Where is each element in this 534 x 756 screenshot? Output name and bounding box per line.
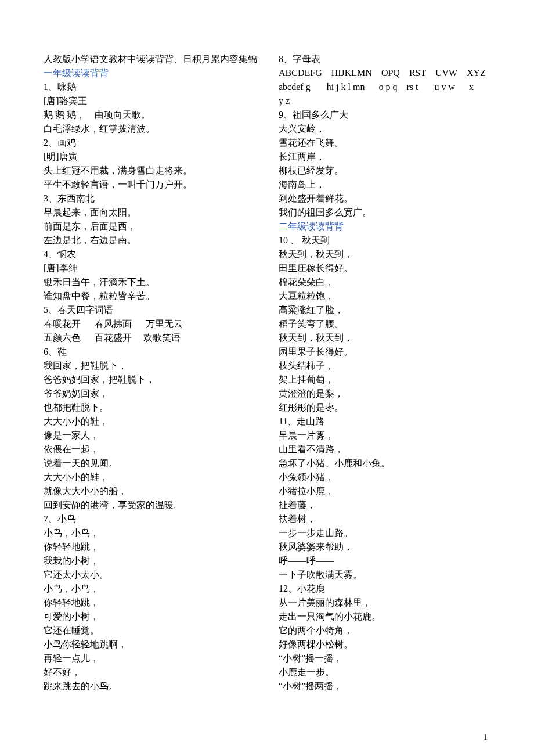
- text-line: 白毛浮绿水，红掌拨清波。: [44, 122, 258, 136]
- text-line: 从一片美丽的森林里，: [279, 596, 493, 610]
- text-line: abcdef g hi j k l mn o p q rs t u v w x: [279, 80, 493, 94]
- text-line: 棉花朵朵白，: [279, 275, 493, 289]
- text-line: 锄禾日当午，汗滴禾下土。: [44, 275, 258, 289]
- text-line: 春暖花开 春风拂面 万里无云: [44, 317, 258, 331]
- text-line: 11、走山路: [279, 415, 493, 429]
- text-line: 2、画鸡: [44, 136, 258, 150]
- text-line: 你轻轻地跳，: [44, 540, 258, 554]
- text-line: 好不好，: [44, 665, 258, 679]
- text-line: 秋天到，秋天到，: [279, 331, 493, 345]
- text-line: 好像两棵小松树。: [279, 638, 493, 651]
- text-line: 6、鞋: [44, 345, 258, 359]
- text-line: 说着一天的见闻。: [44, 456, 258, 470]
- text-line: 山里看不清路，: [279, 442, 493, 456]
- text-line: [唐]骆宾王: [44, 94, 258, 108]
- text-line: 前面是东，后面是西，: [44, 219, 258, 233]
- text-line: 依偎在一起，: [44, 442, 258, 456]
- text-line: 它的两个小犄角，: [279, 624, 493, 638]
- text-line: 小鸟，小鸟，: [44, 526, 258, 540]
- text-line: 大兴安岭，: [279, 122, 493, 136]
- text-line: 秋风婆婆来帮助，: [279, 540, 493, 554]
- text-line: 海南岛上，: [279, 178, 493, 192]
- text-line: 平生不敢轻言语，一叫千门万户开。: [44, 178, 258, 192]
- text-line: 就像大大小小的船，: [44, 484, 258, 498]
- text-line: 也都把鞋脱下。: [44, 401, 258, 415]
- text-line: 大大小小的鞋，: [44, 470, 258, 484]
- text-line: 小鸟，小鸟，: [44, 582, 258, 596]
- text-line: 小鹿走一步。: [279, 665, 493, 679]
- text-line: 田里庄稼长得好。: [279, 261, 493, 275]
- text-line: 谁知盘中餐，粒粒皆辛苦。: [44, 289, 258, 303]
- text-line: 爷爷奶奶回家，: [44, 387, 258, 401]
- text-line: 它还太小太小。: [44, 568, 258, 582]
- page-number: 1: [0, 733, 534, 742]
- text-line: [明]唐寅: [44, 150, 258, 164]
- text-line: 头上红冠不用裁，满身雪白走将来。: [44, 164, 258, 178]
- text-line: 雪花还在飞舞。: [279, 136, 493, 150]
- text-line: 急坏了小猪、小鹿和小兔。: [279, 456, 493, 470]
- text-line: 五颜六色 百花盛开 欢歌笑语: [44, 331, 258, 345]
- text-line: 3、东西南北: [44, 192, 258, 206]
- text-line: [唐]李绅: [44, 261, 258, 275]
- text-line: 红彤彤的是枣。: [279, 401, 493, 415]
- text-line: 9、祖国多么广大: [279, 108, 493, 122]
- text-line: 扶着树，: [279, 512, 493, 526]
- text-line: “小树”摇两摇，: [279, 679, 493, 693]
- text-line: 走出一只淘气的小花鹿。: [279, 610, 493, 624]
- text-line: ABCDEFG HIJKLMN OPQ RST UVW XYZ: [279, 66, 493, 80]
- text-line: 架上挂葡萄，: [279, 373, 493, 387]
- text-line: 可爱的小树，: [44, 610, 258, 624]
- text-line: 10 、 秋天到: [279, 233, 493, 247]
- text-line: 我们的祖国多么宽广。: [279, 206, 493, 219]
- text-line: 呼——呼——: [279, 554, 493, 568]
- text-line: 回到安静的港湾，享受家的温暖。: [44, 498, 258, 512]
- text-line: 像是一家人，: [44, 429, 258, 442]
- text-line: 4、悯农: [44, 247, 258, 261]
- text-line: 扯着藤，: [279, 498, 493, 512]
- text-line: 你轻轻地跳，: [44, 596, 258, 610]
- text-line: 柳枝已经发芽。: [279, 164, 493, 178]
- text-line: 鹅 鹅 鹅， 曲项向天歌。: [44, 108, 258, 122]
- text-line: 左边是北，右边是南。: [44, 233, 258, 247]
- text-line: 12、小花鹿: [279, 582, 493, 596]
- text-line: 长江两岸，: [279, 150, 493, 164]
- text-line: 园里果子长得好。: [279, 345, 493, 359]
- text-line: 一步一步走山路。: [279, 526, 493, 540]
- text-line: 我栽的小树，: [44, 554, 258, 568]
- text-line: 我回家，把鞋脱下，: [44, 359, 258, 373]
- text-line: 早晨起来，面向太阳。: [44, 206, 258, 219]
- text-line: 二年级读读背背: [279, 219, 493, 233]
- text-line: 一年级读读背背: [44, 66, 258, 80]
- text-line: 枝头结柿子，: [279, 359, 493, 373]
- text-line: 秋天到，秋天到，: [279, 247, 493, 261]
- text-line: 小猪拉小鹿，: [279, 484, 493, 498]
- document-page: 人教版小学语文教材中读读背背、日积月累内容集锦一年级读读背背1、咏鹅[唐]骆宾王…: [0, 0, 534, 714]
- text-line: 人教版小学语文教材中读读背背、日积月累内容集锦: [44, 52, 258, 66]
- text-line: 大大小小的鞋，: [44, 415, 258, 429]
- text-line: 跳来跳去的小鸟。: [44, 679, 258, 693]
- text-line: 一下子吹散满天雾。: [279, 568, 493, 582]
- text-line: 黄澄澄的是梨，: [279, 387, 493, 401]
- text-line: 稻子笑弯了腰。: [279, 317, 493, 331]
- text-line: 1、咏鹅: [44, 80, 258, 94]
- text-line: 5、春天四字词语: [44, 303, 258, 317]
- text-line: “小树”摇一摇，: [279, 651, 493, 665]
- text-line: 小鸟你轻轻地跳啊，: [44, 638, 258, 651]
- text-line: 再轻一点儿，: [44, 651, 258, 665]
- text-line: 到处盛开着鲜花。: [279, 192, 493, 206]
- text-line: y z: [279, 94, 493, 108]
- text-line: 早晨一片雾，: [279, 429, 493, 442]
- text-line: 它还在睡觉。: [44, 624, 258, 638]
- text-line: 8、字母表: [279, 52, 493, 66]
- text-line: 大豆粒粒饱，: [279, 289, 493, 303]
- text-line: 小兔领小猪，: [279, 470, 493, 484]
- text-line: 爸爸妈妈回家，把鞋脱下，: [44, 373, 258, 387]
- text-line: 高粱涨红了脸，: [279, 303, 493, 317]
- text-line: 7、小鸟: [44, 512, 258, 526]
